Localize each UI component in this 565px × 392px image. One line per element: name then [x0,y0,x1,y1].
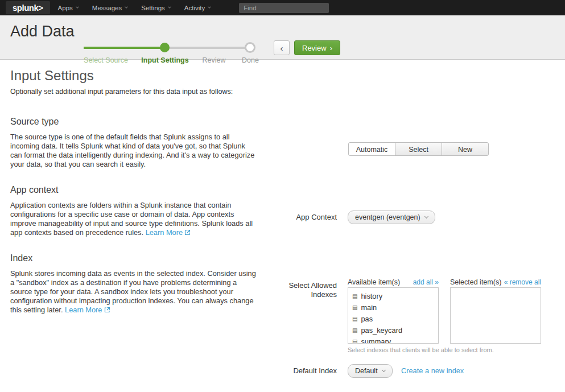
select-indexes-helper-text: Select indexes that clients will be able… [348,346,494,353]
app-context-description: Application contexts are folders within … [10,201,258,237]
app-context-dropdown[interactable]: eventgen (eventgen) [348,211,435,224]
chevron-down-icon [424,214,428,218]
index-item-icon: ▤ [352,305,357,311]
app-context-description-text: Application contexts are folders within … [10,201,253,237]
add-all-link[interactable]: add all » [413,278,439,286]
index-description-text: Splunk stores incoming data as events in… [10,269,256,314]
chevron-right-icon: › [330,44,332,52]
top-nav-bar: splunk> Apps Messages Settings Activity [0,0,565,15]
top-nav-menus: Apps Messages Settings Activity [58,5,225,11]
index-list-item[interactable]: ▤ pas [352,313,434,325]
app-context-field-label: App Context [251,211,337,224]
index-item-icon: ▤ [352,328,357,333]
index-item-label: pas_keycard [361,325,402,336]
available-items-header: Available item(s) [348,278,400,286]
available-items-header-row: Available item(s) add all » [348,278,439,286]
default-index-dropdown-value: Default [355,367,378,375]
index-learn-more-link[interactable]: Learn More [65,306,110,314]
selected-indexes-listbox[interactable] [450,287,541,344]
progress-dot-current-step [160,43,170,52]
nav-menu-apps[interactable]: Apps [58,5,79,11]
index-list-item[interactable]: ▤ history [352,291,434,302]
index-heading: Index [10,253,32,263]
chevron-down-icon [168,5,171,9]
progress-line-remaining [165,47,250,49]
selected-items-header: Selected item(s) [450,278,501,286]
input-settings-content: Input Settings Optionally set additional… [0,60,565,392]
select-allowed-indexes-label: Select Allowed Indexes [280,281,337,299]
index-item-label: pas [361,313,373,325]
app-context-heading: App context [10,185,59,195]
external-link-icon [104,307,110,313]
learn-more-label: Learn More [146,228,183,237]
progress-circle-done-step [245,42,255,53]
chevron-down-icon [76,5,79,9]
nav-menu-apps-label: Apps [58,5,73,11]
splunk-logo-text: splunk> [13,3,43,13]
index-item-icon: ▤ [352,339,357,344]
index-item-label: summary [361,336,391,344]
nav-menu-activity[interactable]: Activity [184,5,211,11]
index-list-item[interactable]: ▤ main [352,302,434,313]
nav-menu-messages-label: Messages [92,5,122,11]
page-header-title: Add Data [10,23,75,40]
review-button-label: Review [302,44,327,52]
default-index-label: Default Index [251,364,337,378]
external-link-icon [184,229,191,236]
app-context-dropdown-value: eventgen (eventgen) [355,213,420,221]
nav-menu-messages[interactable]: Messages [92,5,127,11]
source-type-option-select[interactable]: Select [395,142,442,156]
page-title: Input Settings [10,68,94,84]
available-indexes-listbox[interactable]: ▤ history ▤ main ▤ pas ▤ pas_keycard ▤ s… [348,287,439,344]
splunk-logo[interactable]: splunk> [6,1,50,14]
nav-menu-settings[interactable]: Settings [141,5,171,11]
source-type-segmented-control: Automatic Select New [348,142,489,156]
chevron-down-icon [208,5,211,9]
page-subtitle: Optionally set additional input paramete… [10,88,233,96]
back-button[interactable]: ‹ [274,40,290,55]
index-list-item[interactable]: ▤ summary [352,336,434,344]
index-description: Splunk stores incoming data as events in… [10,269,258,315]
index-item-icon: ▤ [352,294,357,299]
source-type-option-new[interactable]: New [442,142,489,156]
learn-more-label: Learn More [65,306,102,314]
chevron-down-icon [382,368,386,372]
nav-menu-activity-label: Activity [184,5,205,11]
app-context-learn-more-link[interactable]: Learn More [146,228,191,237]
selected-items-header-row: Selected item(s) « remove all [450,278,541,286]
chevron-down-icon [125,5,128,9]
index-item-label: history [361,291,382,302]
index-item-icon: ▤ [352,316,357,322]
create-new-index-link[interactable]: Create a new index [401,364,464,378]
default-index-dropdown[interactable]: Default [348,364,393,378]
index-item-label: main [361,302,377,313]
index-list-item[interactable]: ▤ pas_keycard [352,325,434,336]
source-type-description: The source type is one of the default fi… [10,133,258,169]
find-search-input[interactable] [239,3,329,13]
source-type-option-automatic[interactable]: Automatic [348,142,395,156]
remove-all-link[interactable]: « remove all [504,278,541,286]
source-type-heading: Source type [10,117,59,127]
nav-menu-settings-label: Settings [141,5,165,11]
review-next-button[interactable]: Review › [294,40,340,55]
add-data-header: Add Data Select Source Input Settings Re… [0,15,565,60]
progress-line-completed [84,47,165,49]
